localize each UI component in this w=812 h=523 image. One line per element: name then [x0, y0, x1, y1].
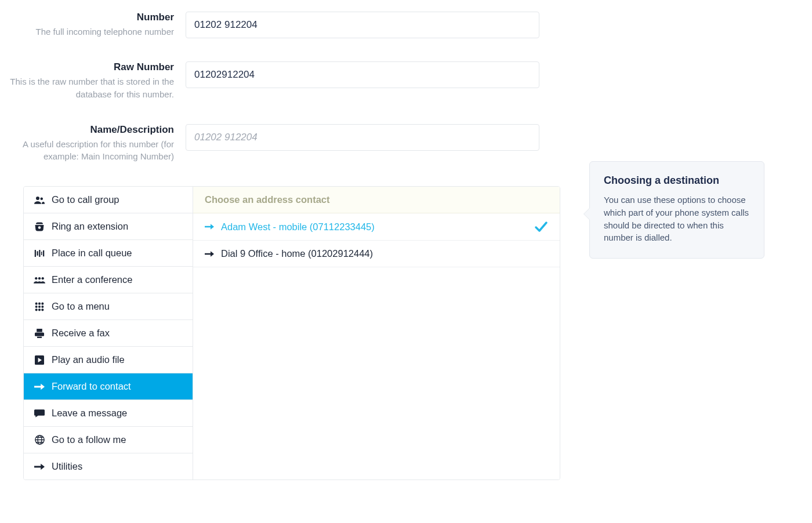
contacts-header: Choose an address contact: [193, 187, 560, 213]
svg-rect-5: [39, 250, 40, 257]
number-input[interactable]: [186, 12, 539, 38]
svg-point-2: [38, 226, 41, 229]
contact-label: Dial 9 Office - home (01202912444): [221, 248, 373, 259]
sidebar-item-label: Forward to contact: [52, 381, 131, 392]
svg-rect-7: [43, 250, 44, 256]
message-icon: [33, 409, 46, 417]
sidebar-item-label: Receive a fax: [52, 328, 110, 339]
sidebar-item-utilities[interactable]: Utilities: [24, 453, 193, 480]
name-desc-input[interactable]: [186, 124, 539, 151]
svg-point-8: [35, 277, 37, 279]
svg-point-0: [36, 197, 39, 200]
fax-icon: [33, 329, 46, 338]
svg-rect-3: [35, 250, 36, 257]
sidebar-item-place-in-call-queue[interactable]: Place in call queue: [24, 240, 193, 267]
sidebar-item-label: Leave a message: [52, 408, 127, 419]
sidebar-item-go-to-call-group[interactable]: Go to call group: [24, 187, 193, 213]
sidebar-item-label: Play an audio file: [52, 354, 125, 365]
queue-icon: [33, 249, 46, 257]
raw-number-help: This is the raw number that is stored in…: [0, 75, 174, 101]
arrow-right-icon: [205, 250, 214, 257]
contacts-list: Adam West - mobile (07112233445)Dial 9 O…: [193, 213, 560, 267]
name-desc-help: A useful description for this number (fo…: [0, 138, 174, 164]
group-icon: [33, 196, 46, 204]
phone-icon: [33, 222, 46, 231]
svg-rect-21: [35, 332, 44, 336]
help-box: Choosing a destination You can use these…: [589, 161, 764, 259]
help-title: Choosing a destination: [604, 175, 750, 187]
destination-main: Choose an address contact Adam West - mo…: [193, 187, 560, 480]
number-help: The full incoming telephone number: [0, 26, 174, 38]
sidebar-item-go-to-a-menu[interactable]: Go to a menu: [24, 293, 193, 320]
arrow-right-icon: [205, 223, 214, 230]
sidebar-item-label: Go to a menu: [52, 301, 110, 312]
svg-rect-20: [37, 329, 42, 332]
contact-row[interactable]: Dial 9 Office - home (01202912444): [193, 241, 560, 267]
globe-icon: [33, 435, 46, 445]
contact-row[interactable]: Adam West - mobile (07112233445): [193, 213, 560, 241]
svg-rect-6: [41, 252, 42, 255]
sidebar-item-leave-a-message[interactable]: Leave a message: [24, 400, 193, 427]
sidebar-item-play-an-audio-file[interactable]: Play an audio file: [24, 347, 193, 373]
name-desc-label: Name/Description: [0, 124, 174, 136]
help-box-pointer: [584, 208, 590, 220]
sidebar-item-enter-a-conference[interactable]: Enter a conference: [24, 267, 193, 293]
check-icon: [534, 221, 548, 233]
sidebar-item-label: Ring an extension: [52, 221, 128, 232]
menu-icon: [33, 302, 46, 311]
raw-number-label: Raw Number: [0, 61, 174, 73]
svg-point-16: [41, 305, 44, 307]
field-name-description: Name/Description A useful description fo…: [0, 124, 812, 164]
number-label: Number: [0, 12, 174, 23]
field-raw-number: Raw Number This is the raw number that i…: [0, 61, 812, 101]
svg-rect-4: [37, 251, 38, 256]
sidebar-item-forward-to-contact[interactable]: Forward to contact: [24, 373, 193, 400]
sidebar-item-label: Go to call group: [52, 194, 119, 205]
sidebar-item-go-to-a-follow-me[interactable]: Go to a follow me: [24, 427, 193, 453]
help-body: You can use these options to choose whic…: [604, 194, 750, 244]
svg-point-11: [35, 302, 38, 304]
svg-point-19: [41, 308, 44, 311]
sidebar-item-label: Place in call queue: [52, 248, 132, 259]
sidebar-item-ring-an-extension[interactable]: Ring an extension: [24, 213, 193, 240]
conference-icon: [33, 277, 46, 284]
svg-point-1: [41, 197, 44, 200]
destination-panel: Go to call groupRing an extensionPlace i…: [23, 186, 560, 480]
svg-point-15: [38, 305, 41, 307]
play-icon: [33, 355, 46, 365]
svg-point-13: [41, 302, 44, 304]
svg-point-17: [35, 308, 38, 311]
sidebar-item-receive-a-fax[interactable]: Receive a fax: [24, 320, 193, 347]
forward-icon: [33, 383, 46, 391]
svg-point-12: [38, 302, 41, 304]
contact-label: Adam West - mobile (07112233445): [221, 221, 375, 233]
svg-point-18: [38, 308, 41, 311]
destination-sidebar: Go to call groupRing an extensionPlace i…: [24, 187, 193, 480]
sidebar-item-label: Utilities: [52, 461, 82, 472]
svg-point-14: [35, 305, 38, 307]
svg-rect-22: [37, 336, 42, 337]
svg-point-9: [38, 277, 41, 279]
arrow-icon: [33, 463, 46, 471]
sidebar-item-label: Enter a conference: [52, 274, 132, 285]
field-number: Number The full incoming telephone numbe…: [0, 12, 812, 38]
sidebar-item-label: Go to a follow me: [52, 434, 126, 445]
svg-point-10: [42, 277, 44, 279]
raw-number-input[interactable]: [186, 61, 539, 88]
